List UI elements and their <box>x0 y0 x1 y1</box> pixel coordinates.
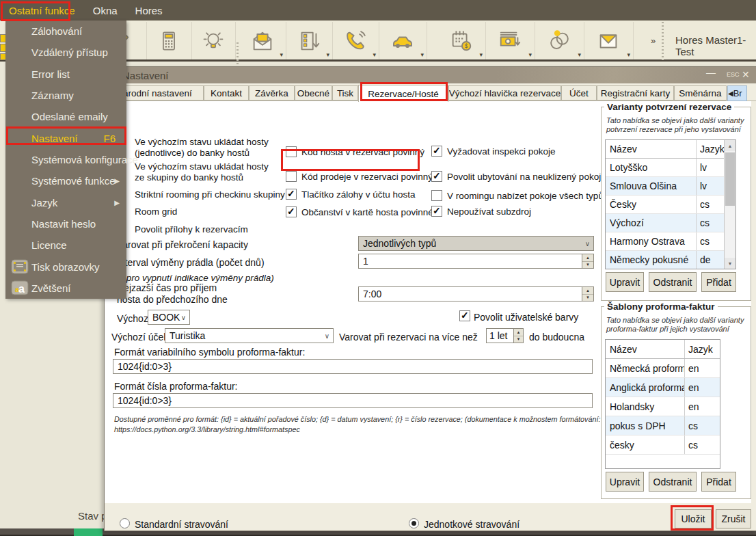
toolbar-button-list[interactable]: ▾ <box>286 22 333 59</box>
menu-item-tisk-obrazovky[interactable]: Tisk obrazovky <box>5 256 126 277</box>
latest-checkin-spinner[interactable]: 7:00 ▲▼ <box>358 286 594 302</box>
toolbar-button-bulb[interactable] <box>191 22 236 59</box>
tab-kontakt[interactable]: Kontakt <box>204 85 249 100</box>
cancel-button[interactable]: Zrušit <box>716 509 751 528</box>
toolbar-button-open-mail[interactable]: ▾ <box>239 22 286 59</box>
zoom-text-icon: a a <box>11 280 29 295</box>
tab-scroll-left-icon[interactable]: ◀ <box>728 90 733 97</box>
scroll-down-icon[interactable]: ▼ <box>725 258 735 269</box>
checkbox[interactable] <box>286 189 297 200</box>
spinner-buttons[interactable]: ▲▼ <box>582 287 593 301</box>
scroll-up-icon[interactable]: ▲ <box>725 140 735 151</box>
toolbar-button-calendar-money[interactable]: $ ▾ <box>437 22 486 59</box>
radio-standard-meals[interactable] <box>120 518 130 528</box>
table-row[interactable]: Lotyšškolv <box>606 159 735 177</box>
table-row[interactable]: Německá proformaen <box>606 359 720 378</box>
variants-note: Tato nabídka se objeví jako další varian… <box>606 116 744 124</box>
spinner-buttons[interactable]: ▲▼ <box>513 329 523 343</box>
tab-smenarna[interactable]: Směnárna <box>674 85 727 100</box>
menu-item-systemove-funkce[interactable]: Systémové funkce ▶ <box>5 170 126 191</box>
menu-item-nastavit-heslo[interactable]: Nastavit heslo <box>5 213 126 234</box>
menubar-item-okna[interactable]: Okna <box>84 0 126 21</box>
variants-add-button[interactable]: Přidat <box>701 272 736 292</box>
templates-add-button[interactable]: Přidat <box>701 472 736 492</box>
checkbox-label: Povolit přílohy k rezervacím <box>135 224 248 234</box>
radio-unit-meals[interactable] <box>409 518 419 528</box>
table-row[interactable]: Německy pokusnéde <box>606 251 735 269</box>
menu-item-licence[interactable]: Licence <box>5 234 126 256</box>
menu-item-systemova-konfigurace[interactable]: Systémová konfigurace <box>5 149 126 170</box>
menu-item-zalohovani[interactable]: Zálohování <box>5 21 126 42</box>
tab-vychozi-hlavicka[interactable]: Výchozí hlavička rezervace <box>448 85 561 100</box>
spin-down-icon[interactable]: ▼ <box>582 295 593 302</box>
dialog-titlebar[interactable]: Nastavení — ESC ✕ <box>105 67 756 83</box>
table-row[interactable]: Smlouva Olšinalv <box>606 177 735 196</box>
menu-item-vzdaleny-pristup[interactable]: Vzdálený přístup <box>5 42 126 63</box>
scroll-thumb[interactable] <box>725 152 735 206</box>
spin-down-icon[interactable]: ▼ <box>582 262 593 269</box>
close-icon[interactable]: ✕ <box>742 69 750 80</box>
table-row[interactable]: Holandskyen <box>606 397 720 416</box>
templates-remove-button[interactable]: Odstranit <box>649 472 697 492</box>
checkbox[interactable] <box>459 310 470 321</box>
menu-item-jazyk[interactable]: Jazyk ▶ <box>5 192 126 213</box>
warn-reservation-spinner[interactable]: 1 let ▲▼ <box>486 328 524 343</box>
default-source-select[interactable]: BOOK ∨ <box>148 310 190 325</box>
table-row[interactable]: českycs <box>606 436 720 455</box>
submenu-arrow-icon: ▶ <box>114 199 120 206</box>
tab-zaverka[interactable]: Závěrka <box>249 85 295 100</box>
warn-capacity-select[interactable]: Jednotlivých typů ∨ <box>358 236 594 251</box>
menu-item-zvetseni[interactable]: a a Zvětšení <box>5 278 126 299</box>
screen: Ostatní funkce Okna Hores <box>0 0 756 536</box>
variants-remove-button[interactable]: Odstranit <box>649 272 697 292</box>
toolbar-button-phone[interactable]: ▾ <box>332 22 379 59</box>
toolbar-overflow-chevron[interactable]: » <box>651 36 656 46</box>
table-row[interactable]: Anglická proformaen <box>606 378 720 397</box>
number-format-label: Formát čísla proforma-faktur: <box>114 381 238 392</box>
tab-obecne[interactable]: Obecné <box>295 85 332 100</box>
spin-up-icon[interactable]: ▲ <box>582 287 593 295</box>
checkbox-label: Striktní rooming při checkinu skupiny <box>135 189 285 200</box>
vs-format-input[interactable]: 1024{id:0>3} <box>113 359 593 374</box>
variants-edit-button[interactable]: Upravit <box>606 272 644 292</box>
checkbox[interactable] <box>431 190 442 201</box>
menu-item-error-list[interactable]: Error list <box>5 64 126 85</box>
toolbar-button-payment[interactable]: ▾ <box>485 22 535 59</box>
tab-registracni-karty[interactable]: Registrační karty <box>597 85 674 100</box>
table-row[interactable]: Českycs <box>606 196 735 214</box>
tab-scroll-control[interactable]: ◀ Br <box>727 85 747 101</box>
window-label: Hores Master1-Test <box>675 34 756 57</box>
warn-capacity-value: Jednotlivých typů <box>363 238 436 249</box>
spinner-buttons[interactable]: ▲▼ <box>582 254 593 268</box>
variants-scrollbar[interactable]: ▲ ▼ <box>724 140 735 269</box>
menu-item-zaznamy[interactable]: Záznamy <box>5 85 126 106</box>
menubar-item-hores[interactable]: Hores <box>126 0 172 21</box>
minimize-button[interactable]: — <box>706 67 716 78</box>
checkbox[interactable] <box>431 146 442 157</box>
number-format-input[interactable]: 1024{id:0>3} <box>113 393 593 408</box>
default-purpose-select[interactable]: Turistika ∨ <box>165 328 334 343</box>
checkbox[interactable] <box>431 206 442 217</box>
dropdown-arrow-icon: ▾ <box>373 51 376 58</box>
checkbox[interactable] <box>286 206 297 217</box>
linen-interval-spinner[interactable]: 1 ▲▼ <box>358 254 594 269</box>
toolbar-button-calculator[interactable] <box>146 22 192 59</box>
table-row[interactable]: pokus s DPHcs <box>606 416 720 436</box>
envelope-icon <box>595 28 621 54</box>
templates-edit-button[interactable]: Upravit <box>606 472 644 492</box>
checkbox[interactable] <box>286 171 297 182</box>
tab-ucet[interactable]: Účet <box>561 85 597 100</box>
menu-item-odeslane-emaily[interactable]: Odeslané emaily <box>5 106 126 127</box>
spin-down-icon[interactable]: ▼ <box>514 336 523 343</box>
toolbar-button-car[interactable]: ▾ <box>379 22 427 59</box>
table-row[interactable]: Výchozícs <box>606 214 735 232</box>
table-row[interactable]: Harmony Ostravacs <box>606 232 735 251</box>
spin-up-icon[interactable]: ▲ <box>582 254 593 262</box>
tab-tisk[interactable]: Tisk <box>332 85 358 100</box>
checkbox[interactable] <box>431 171 442 182</box>
toolbar-button-mail[interactable]: ▾ <box>584 22 634 59</box>
toolbar-button-rings[interactable]: ▾ <box>535 22 584 59</box>
col-nazev: Název <box>606 144 696 155</box>
dropdown-arrow-icon: ▾ <box>420 51 424 58</box>
spin-up-icon[interactable]: ▲ <box>514 329 523 336</box>
